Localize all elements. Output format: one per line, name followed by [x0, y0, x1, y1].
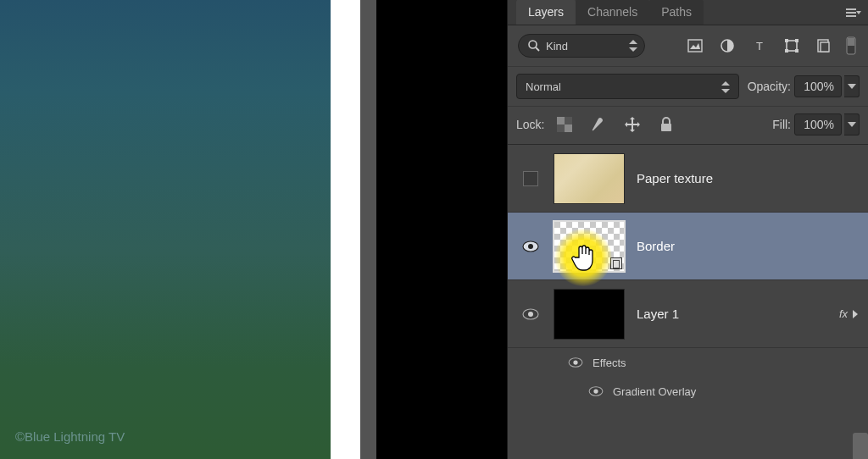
search-icon — [527, 39, 541, 53]
svg-point-21 — [528, 244, 533, 249]
layer-list: Paper texture Border Layer 1 fx Eff — [508, 145, 868, 406]
layer-filter-row: Kind T — [508, 25, 868, 67]
filter-toggle-switch[interactable] — [844, 35, 858, 57]
svg-rect-15 — [557, 117, 565, 124]
layer-thumbnail[interactable] — [554, 221, 625, 272]
svg-marker-3 — [690, 43, 700, 49]
document-canvas[interactable] — [0, 0, 331, 459]
effects-label: Effects — [593, 357, 626, 369]
svg-rect-2 — [688, 40, 702, 52]
svg-point-0 — [529, 41, 537, 48]
fill-group: Fill: 100% — [772, 113, 860, 135]
svg-rect-8 — [795, 39, 798, 42]
svg-line-1 — [536, 47, 539, 51]
effect-gradient-overlay-row[interactable]: Gradient Overlay — [508, 377, 868, 406]
fx-badge[interactable]: fx — [839, 307, 848, 320]
tab-channels[interactable]: Channels — [576, 0, 649, 25]
watermark-text: ©Blue Lightning TV — [15, 429, 125, 444]
visibility-toggle[interactable] — [523, 171, 538, 186]
layer-row-layer1[interactable]: Layer 1 fx — [508, 280, 868, 348]
opacity-group: Opacity: 100% — [748, 75, 860, 97]
svg-rect-16 — [565, 124, 572, 132]
svg-rect-10 — [795, 49, 798, 53]
panel-tab-bar: Layers Channels Paths — [508, 0, 868, 25]
filter-kind-label: Kind — [546, 40, 568, 53]
fill-value-input[interactable]: 100% — [794, 113, 842, 135]
svg-point-25 — [573, 360, 577, 364]
dropdown-arrows-icon — [721, 81, 730, 93]
svg-rect-18 — [557, 124, 565, 132]
layer-thumbnail[interactable] — [554, 289, 625, 340]
layers-panel: Layers Channels Paths Kind T — [507, 0, 868, 459]
visibility-eye-icon[interactable] — [567, 357, 584, 368]
dropdown-arrows-icon — [629, 40, 637, 52]
opacity-value-input[interactable]: 100% — [794, 75, 842, 97]
panel-menu-icon[interactable] — [846, 7, 861, 19]
filter-shape-icon[interactable] — [780, 35, 804, 57]
lock-all-icon[interactable] — [654, 113, 678, 135]
visibility-eye-icon[interactable] — [521, 240, 540, 253]
svg-point-23 — [528, 312, 533, 317]
canvas-background — [0, 0, 360, 459]
svg-rect-19 — [661, 124, 671, 131]
fx-expand-icon[interactable] — [853, 310, 858, 318]
layer-row-border[interactable]: Border — [508, 213, 868, 280]
lock-pixels-icon[interactable] — [587, 113, 610, 135]
svg-rect-17 — [565, 117, 572, 124]
tab-layers[interactable]: Layers — [516, 0, 576, 25]
filter-pixel-icon[interactable] — [683, 35, 707, 57]
lock-label: Lock: — [516, 118, 544, 131]
svg-point-27 — [593, 389, 598, 393]
lock-fill-row: Lock: Fill: 100% — [508, 107, 868, 142]
visibility-eye-icon[interactable] — [587, 385, 604, 397]
filter-smartobject-icon[interactable] — [812, 35, 836, 57]
visibility-eye-icon[interactable] — [521, 307, 540, 321]
svg-text:T: T — [756, 40, 763, 53]
opacity-label: Opacity: — [748, 80, 791, 93]
layer-row-paper-texture[interactable]: Paper texture — [508, 145, 868, 213]
svg-rect-14 — [848, 38, 854, 46]
fill-label: Fill: — [772, 118, 791, 131]
layer-name-label[interactable]: Paper texture — [637, 171, 713, 185]
fill-dropdown-arrow[interactable] — [844, 113, 860, 135]
lock-position-icon[interactable] — [620, 113, 644, 135]
filter-kind-dropdown[interactable]: Kind — [518, 34, 645, 58]
blend-mode-dropdown[interactable]: Normal — [516, 74, 739, 99]
layer-thumbnail[interactable] — [554, 153, 625, 204]
blend-opacity-row: Normal Opacity: 100% — [508, 67, 868, 107]
filter-type-icon[interactable]: T — [748, 35, 771, 57]
scrollbar-thumb[interactable] — [853, 433, 868, 459]
layer-name-label[interactable]: Border — [637, 239, 675, 253]
smart-object-badge-icon — [610, 257, 622, 269]
effects-heading-row[interactable]: Effects — [508, 348, 868, 377]
opacity-dropdown-arrow[interactable] — [844, 75, 860, 97]
lock-transparency-icon[interactable] — [553, 113, 576, 135]
filter-adjustment-icon[interactable] — [715, 35, 739, 57]
tab-paths[interactable]: Paths — [649, 0, 704, 25]
canvas-area: ©Blue Lightning TV — [0, 0, 376, 459]
svg-rect-12 — [821, 42, 829, 52]
svg-rect-7 — [785, 39, 788, 42]
svg-rect-9 — [785, 49, 788, 53]
blend-mode-value: Normal — [526, 80, 561, 93]
effect-name-label: Gradient Overlay — [613, 385, 696, 398]
layer-name-label[interactable]: Layer 1 — [637, 307, 679, 321]
